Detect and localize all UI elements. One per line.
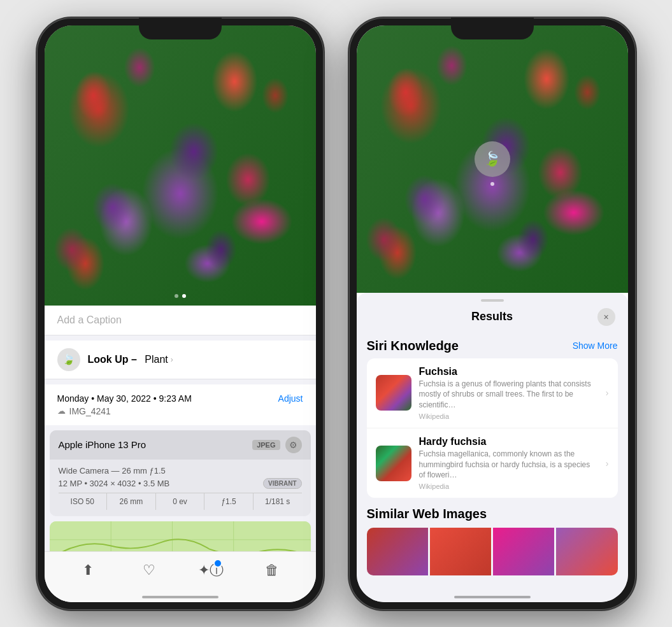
phone-2: 🍃 Results × Siri Knowledge bbox=[349, 18, 636, 610]
result-source-hardy: Wikipedia bbox=[419, 483, 598, 490]
cloud-icon: ☁ bbox=[57, 406, 66, 416]
exif-iso: ISO 50 bbox=[59, 493, 108, 510]
lookup-row[interactable]: 🍃 Look Up – Plant › bbox=[45, 341, 316, 379]
meta-section: Monday • May 30, 2022 • 9:23 AM Adjust ☁… bbox=[45, 384, 316, 425]
camera-detail: Wide Camera — 26 mm ƒ1.5 12 MP • 3024 × … bbox=[50, 460, 311, 516]
photo-date: Monday • May 30, 2022 • 9:23 AM bbox=[57, 393, 192, 404]
caption-placeholder[interactable]: Add a Caption bbox=[57, 314, 122, 325]
web-image-1[interactable] bbox=[367, 528, 428, 575]
adjust-button[interactable]: Adjust bbox=[278, 393, 303, 404]
caption-area[interactable]: Add a Caption bbox=[45, 306, 316, 335]
delete-button[interactable]: 🗑 bbox=[259, 558, 285, 583]
info-button[interactable]: ✦ⓘ bbox=[198, 558, 224, 583]
photo-area-2: 🍃 bbox=[357, 25, 628, 293]
phones-container: Add a Caption 🍃 Look Up – Plant › bbox=[24, 5, 648, 623]
web-images-title: Similar Web Images bbox=[367, 507, 618, 521]
resolution-row: 12 MP • 3024 × 4032 • 3.5 MB VIBRANT bbox=[59, 478, 302, 489]
sheet-header: Results × bbox=[357, 302, 628, 331]
result-item-hardy[interactable]: Hardy fuchsia Fuchsia magellanica, commo… bbox=[367, 428, 618, 498]
phone-2-screen: 🍃 Results × Siri Knowledge bbox=[357, 25, 628, 602]
camera-badges: JPEG ⚙ bbox=[252, 437, 301, 453]
lens-info: Wide Camera — 26 mm ƒ1.5 bbox=[59, 466, 166, 476]
vibrant-badge: VIBRANT bbox=[263, 478, 301, 489]
result-desc-fuchsia: Fuchsia is a genus of flowering plants t… bbox=[419, 379, 598, 411]
result-desc-hardy: Fuchsia magellanica, commonly known as t… bbox=[419, 449, 598, 481]
exif-focal: 26 mm bbox=[107, 493, 156, 510]
web-images-grid bbox=[367, 528, 618, 575]
exif-ev: 0 ev bbox=[156, 493, 205, 510]
dot-2 bbox=[182, 294, 186, 298]
web-image-3[interactable] bbox=[493, 528, 554, 575]
result-item-fuchsia[interactable]: Fuchsia Fuchsia is a genus of flowering … bbox=[367, 358, 618, 428]
gear-icon[interactable]: ⚙ bbox=[285, 437, 302, 453]
exif-shutter: 1/181 s bbox=[254, 493, 302, 510]
camera-model: Apple iPhone 13 Pro bbox=[59, 439, 147, 450]
result-title-hardy: Hardy fuchsia bbox=[419, 436, 598, 447]
result-info-hardy: Hardy fuchsia Fuchsia magellanica, commo… bbox=[419, 436, 598, 490]
exif-row: ISO 50 26 mm 0 ev ƒ1.5 1/181 s bbox=[59, 493, 302, 510]
siri-knowledge-header: Siri Knowledge Show More bbox=[367, 331, 618, 358]
dot-1 bbox=[175, 294, 178, 298]
page-indicator bbox=[175, 294, 186, 298]
lookup-chevron-icon: › bbox=[171, 355, 173, 364]
lookup-label: Look Up – Plant › bbox=[88, 354, 173, 365]
result-info-fuchsia: Fuchsia Fuchsia is a genus of flowering … bbox=[419, 366, 598, 420]
home-bar bbox=[142, 596, 218, 598]
resolution-info: 12 MP • 3024 × 4032 • 3.5 MB bbox=[59, 479, 170, 488]
results-sheet: Results × Siri Knowledge Show More bbox=[357, 293, 628, 602]
siri-results-card: Fuchsia Fuchsia is a genus of flowering … bbox=[367, 358, 618, 498]
lens-row: Wide Camera — 26 mm ƒ1.5 bbox=[59, 466, 302, 476]
phone-1-screen: Add a Caption 🍃 Look Up – Plant › bbox=[45, 25, 316, 602]
lookup-icon: 🍃 bbox=[57, 348, 80, 371]
home-bar-2 bbox=[454, 596, 531, 598]
exif-aperture: ƒ1.5 bbox=[204, 493, 254, 510]
result-thumb-fuchsia bbox=[376, 375, 411, 411]
close-button[interactable]: × bbox=[597, 308, 615, 326]
web-image-2[interactable] bbox=[430, 528, 491, 575]
show-more-button[interactable]: Show More bbox=[573, 341, 618, 351]
siri-knowledge-title: Siri Knowledge bbox=[367, 339, 459, 353]
flower-petals-1 bbox=[45, 25, 316, 306]
format-badge: JPEG bbox=[252, 440, 280, 450]
web-images-section: Similar Web Images bbox=[367, 499, 618, 583]
meta-file-row: ☁ IMG_4241 bbox=[57, 406, 303, 416]
visual-search-dot bbox=[490, 182, 494, 186]
result-title-fuchsia: Fuchsia bbox=[419, 366, 598, 377]
result-chevron-fuchsia: › bbox=[606, 388, 609, 398]
result-thumb-hardy bbox=[376, 446, 411, 481]
like-button[interactable]: ♡ bbox=[136, 558, 162, 583]
sheet-title: Results bbox=[387, 310, 597, 323]
share-button[interactable]: ⬆ bbox=[75, 558, 101, 583]
camera-header: Apple iPhone 13 Pro JPEG ⚙ bbox=[50, 430, 311, 460]
result-source-fuchsia: Wikipedia bbox=[419, 412, 598, 420]
sheet-body[interactable]: Siri Knowledge Show More Fuchsia Fuchsia… bbox=[357, 331, 628, 602]
bottom-toolbar: ⬆ ♡ ✦ⓘ 🗑 bbox=[45, 551, 316, 602]
camera-section: Apple iPhone 13 Pro JPEG ⚙ Wide Camera —… bbox=[50, 430, 311, 516]
file-name: IMG_4241 bbox=[69, 406, 111, 416]
phone-1: Add a Caption 🍃 Look Up – Plant › bbox=[37, 18, 324, 610]
web-image-4[interactable] bbox=[556, 528, 617, 575]
photo-area-1 bbox=[45, 25, 316, 306]
meta-date-row: Monday • May 30, 2022 • 9:23 AM Adjust bbox=[57, 393, 303, 404]
info-badge bbox=[213, 559, 222, 568]
result-chevron-hardy: › bbox=[606, 458, 609, 468]
visual-search-button[interactable]: 🍃 bbox=[475, 141, 510, 177]
